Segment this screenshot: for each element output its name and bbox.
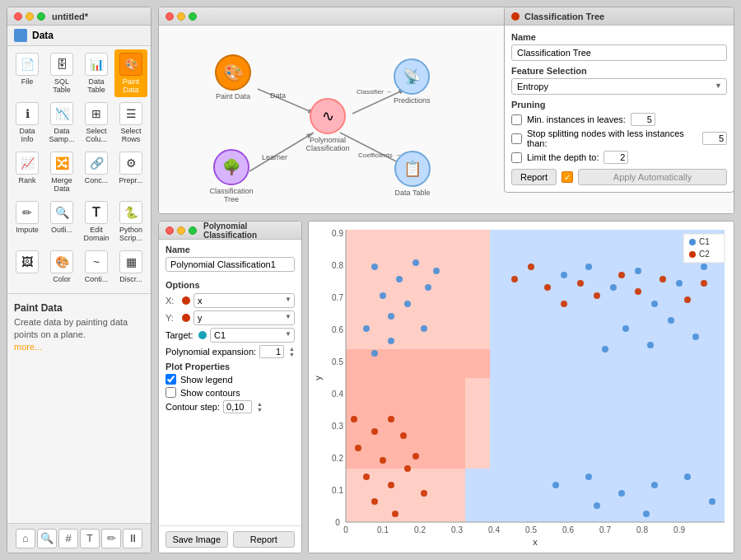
icon-python[interactable]: 🐍Python Scrip... [114, 198, 147, 245]
pc-target-select[interactable]: C1 [210, 328, 295, 343]
svg-marker-14 [346, 349, 465, 469]
svg-point-91 [388, 482, 394, 488]
file-label: File [21, 77, 34, 86]
y-color-dot [182, 314, 190, 322]
pc-y-select[interactable]: y [193, 310, 295, 325]
node-class-tree[interactable]: 🌳 Classification Tree [207, 149, 256, 203]
pc-show-contours-check[interactable] [165, 387, 176, 398]
ct-apply-checkbox[interactable]: ✓ [562, 171, 573, 183]
node-predictions[interactable]: 📡 Predictions [394, 58, 431, 105]
node-paint-data[interactable]: 🎨 Paint Data [215, 54, 251, 100]
ct-pruning-label-0: Min. instances in leaves: [527, 114, 626, 124]
icon-discr[interactable]: ▦Discr... [114, 247, 147, 287]
toolbar-edit-btn[interactable]: ✏ [101, 529, 121, 548]
pc-report-button[interactable]: Report [233, 531, 296, 548]
icon-select-rows[interactable]: ☰Select Rows [114, 99, 147, 147]
pc-show-contours-row: Show contours [165, 387, 295, 398]
canvas-min-dot[interactable] [177, 12, 185, 21]
icon-color[interactable]: 🎨Color [45, 247, 78, 287]
icon-paint-data[interactable]: 🎨Paint Data [114, 49, 147, 97]
pc-min-dot[interactable] [177, 226, 185, 235]
poly-down-arrow[interactable]: ▼ [289, 352, 295, 357]
svg-point-55 [635, 268, 641, 274]
icon-outli[interactable]: 🔍Outli... [45, 198, 78, 245]
svg-point-42 [380, 292, 386, 299]
pc-poly-input[interactable] [259, 345, 284, 358]
pc-contour-step-label: Contour step: [165, 402, 220, 412]
ct-pruning-check-0[interactable] [511, 114, 522, 125]
icon-data-info[interactable]: ℹData Info [11, 99, 44, 147]
pc-poly-spinner[interactable]: ▲ ▼ [289, 346, 295, 357]
data-sample-icon: 📉 [50, 102, 73, 125]
icon-merge[interactable]: 🔀Merge Data [45, 148, 78, 196]
select-col-icon: ⊞ [85, 102, 108, 125]
toolbar-search-btn[interactable]: 🔍 [37, 529, 57, 548]
contour-down-arrow[interactable]: ▼ [257, 407, 263, 413]
canvas-close-dot[interactable] [165, 12, 174, 21]
ct-apply-button[interactable]: Apply Automatically [578, 169, 727, 185]
node-poly-class[interactable]: ∿ Polynomial Classification [303, 98, 352, 152]
close-dot[interactable] [14, 12, 22, 21]
icon-conc[interactable]: 🔗Conc... [80, 148, 113, 196]
svg-point-51 [371, 350, 378, 357]
file-icon: 📄 [16, 53, 39, 76]
data-panel-title: Data [32, 30, 54, 41]
svg-text:Classifier →: Classifier → [357, 88, 392, 96]
poly-up-arrow[interactable]: ▲ [289, 346, 295, 352]
svg-point-66 [618, 490, 625, 497]
svg-point-81 [684, 296, 691, 303]
icon-sql-table[interactable]: 🗄SQL Table [45, 49, 78, 97]
icon-file[interactable]: 📄File [11, 49, 44, 97]
toolbar-hash-btn[interactable]: # [58, 529, 78, 548]
pc-close-dot[interactable] [165, 226, 174, 235]
pc-contour-step-input[interactable] [223, 400, 252, 413]
icon-conti[interactable]: ~Conti... [80, 247, 113, 287]
svg-point-84 [371, 428, 378, 435]
pc-name-input[interactable] [165, 257, 295, 272]
toolbar-text-btn[interactable]: T [80, 529, 100, 548]
svg-text:0.3: 0.3 [451, 525, 463, 534]
data-sample-label: Data Samp... [47, 127, 77, 143]
ct-pruning-val-2[interactable] [604, 151, 628, 164]
toolbar-pause-btn[interactable]: ⏸ [123, 529, 142, 548]
select-rows-icon: ☰ [119, 102, 142, 125]
ct-pruning-val-0[interactable] [631, 113, 655, 126]
edit-domain-icon: T [85, 201, 108, 224]
svg-text:0.2: 0.2 [332, 454, 343, 463]
svg-point-58 [701, 264, 707, 270]
ct-name-input[interactable] [511, 44, 727, 61]
svg-point-92 [404, 465, 411, 472]
icon-data-sample[interactable]: 📉Data Samp... [45, 99, 78, 147]
pc-x-select-wrap: x [193, 293, 295, 308]
icon-data-table[interactable]: 📊Data Table [80, 49, 113, 97]
svg-point-45 [388, 313, 394, 320]
ct-pruning-check-1[interactable] [511, 133, 522, 144]
icon-impute[interactable]: ✏Impute [11, 198, 44, 245]
svg-point-60 [647, 342, 654, 348]
minimize-dot[interactable] [26, 12, 34, 21]
canvas-max-dot[interactable] [189, 12, 197, 21]
ct-feature-select[interactable]: Entropy [511, 78, 727, 95]
pc-x-select[interactable]: x [193, 293, 295, 308]
paint-data-icon: 🎨 [119, 53, 142, 76]
icon-rank[interactable]: 📈Rank [11, 148, 44, 196]
ct-pruning-val-1[interactable] [702, 132, 727, 145]
svg-point-97 [689, 239, 696, 245]
pc-name-label: Name [165, 245, 295, 254]
ct-report-button[interactable]: Report [511, 169, 557, 185]
toolbar-home-btn[interactable]: ⌂ [16, 529, 35, 548]
icon-select-col[interactable]: ⊞Select Colu... [80, 99, 113, 147]
contour-up-arrow[interactable]: ▲ [257, 401, 263, 407]
paint-data-more-link[interactable]: more... [14, 342, 144, 352]
pc-max-dot[interactable] [189, 226, 197, 235]
maximize-dot[interactable] [37, 12, 45, 21]
icon-image-viewer[interactable]: 🖼 [11, 247, 44, 287]
pc-contour-spinner[interactable]: ▲ ▼ [257, 401, 263, 413]
node-data-table[interactable]: 📋 Data Table [394, 151, 431, 197]
pc-save-image-button[interactable]: Save Image [165, 531, 228, 548]
icon-prepr[interactable]: ⚙Prepr... [114, 148, 147, 196]
ct-pruning-check-2[interactable] [511, 152, 522, 163]
icon-edit-domain[interactable]: TEdit Domain [80, 198, 113, 245]
pc-show-legend-check[interactable] [165, 374, 176, 385]
pc-poly-label: Polynomial expansion: [165, 347, 256, 357]
